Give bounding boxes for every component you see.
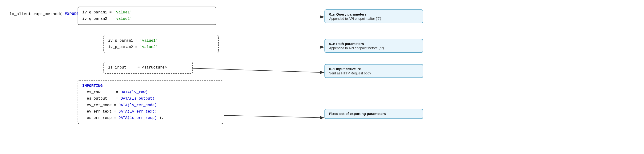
info-box-exporting: Fixed set of exporting parameters (324, 109, 423, 119)
import-line-4: ev_err_text = DATA(lv_err_text) (82, 109, 219, 115)
query-line-1: iv_q_param1 = 'value1' (82, 10, 212, 16)
info-title-exporting: Fixed set of exporting parameters (329, 112, 418, 116)
import-val-5: DATA(ls_err_resp) (118, 116, 157, 120)
diagram-container: lo_client->api_method( EXPORTING iv_q_pa… (0, 0, 644, 154)
input-line: is_input = <structure> (108, 65, 188, 71)
info-box-input: 0..1 Input structure Sent as HTTP Reques… (324, 64, 423, 78)
import-line-3: ev_ret_code = DATA(lv_ret_code) (82, 102, 219, 109)
import-line-5: es_err_resp = DATA(ls_err_resp) ). (82, 115, 219, 121)
import-val-4: DATA(lv_err_text) (118, 109, 157, 114)
query-params-box: iv_q_param1 = 'value1' iv_q_param2 = 'va… (78, 7, 216, 25)
path-params-box: iv_p_param1 = 'value1' iv_p_param2 = 'va… (104, 35, 219, 53)
importing-keyword-line: IMPORTING (82, 83, 219, 89)
import-val-1: DATA(lv_raw) (120, 90, 148, 94)
code-call: lo_client->api_method( EXPORTING (10, 12, 86, 16)
import-line-2: es_output = DATA(ls_output) (82, 96, 219, 102)
info-box-path: 0..n Path parameters Appended to API end… (324, 39, 423, 53)
svg-line-3 (193, 68, 324, 73)
call-prefix: lo_client->api_method( (10, 12, 62, 16)
path-line-1: iv_p_param1 = 'value1' (108, 38, 214, 44)
info-box-query: 0..n Query parameters Appended to API en… (324, 10, 423, 23)
info-title-query: 0..n Query parameters (329, 12, 418, 16)
importing-box: IMPORTING es_raw = DATA(lv_raw) es_outpu… (78, 80, 223, 124)
info-desc-query: Appended to API endpoint after ('?') (329, 17, 418, 21)
query-val-2: 'value2' (114, 17, 132, 21)
path-val-1: 'value1' (140, 39, 158, 43)
import-val-2: DATA(ls_output) (120, 97, 154, 101)
path-val-2: 'value2' (140, 45, 158, 49)
query-val-1: 'value1' (114, 10, 132, 15)
info-desc-path: Appended to API endpoint before ('?') (329, 46, 418, 50)
info-title-path: 0..n Path parameters (329, 42, 418, 46)
import-val-3: DATA(lv_ret_code) (118, 103, 157, 107)
import-line-1: es_raw = DATA(lv_raw) (82, 89, 219, 96)
input-struct-box: is_input = <structure> (104, 62, 193, 74)
info-desc-input: Sent as HTTP Request body (329, 71, 418, 75)
query-line-2: iv_q_param2 = 'value2' (82, 16, 212, 22)
importing-keyword: IMPORTING (82, 84, 102, 88)
svg-line-4 (224, 115, 324, 118)
info-title-input: 0..1 Input structure (329, 67, 418, 71)
path-line-2: iv_p_param2 = 'value2' (108, 44, 214, 50)
